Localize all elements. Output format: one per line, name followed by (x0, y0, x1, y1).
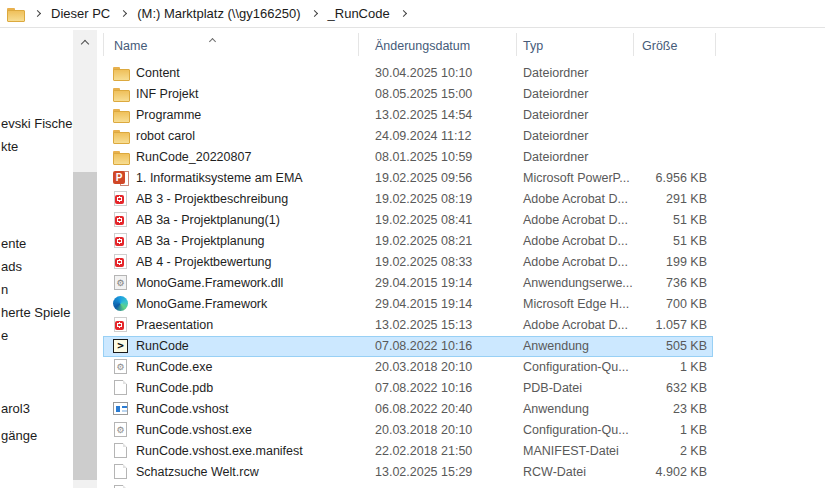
file-row[interactable]: Programme13.02.2025 14:54Dateiordner (100, 105, 825, 126)
breadcrumb-item-dieser-pc[interactable]: Dieser PC (47, 4, 114, 23)
file-row[interactable]: 1. Informatiksysteme am EMA19.02.2025 09… (100, 168, 825, 189)
file-row[interactable]: RunCode_2022080708.01.2025 10:59Dateiord… (100, 147, 825, 168)
file-name: Praesentation (136, 318, 213, 332)
folder-icon (113, 128, 129, 144)
scrollbar-up-button[interactable] (73, 35, 97, 49)
breadcrumb: Dieser PC (M:) Marktplatz (\\gy166250) _… (0, 0, 825, 28)
file-row[interactable]: AB 3 - Projektbeschreibung19.02.2025 08:… (100, 189, 825, 210)
file-row[interactable]: RunCode.exe20.03.2018 20:10Configuration… (100, 357, 825, 378)
column-header-type[interactable]: Typ (523, 39, 543, 53)
folder-icon (7, 7, 24, 21)
sidebar-scrollbar[interactable] (73, 30, 97, 488)
column-separator[interactable] (516, 33, 517, 56)
file-row[interactable]: Content30.04.2025 10:10Dateiordner (100, 63, 825, 84)
pdf-icon (113, 191, 129, 207)
edge-icon (113, 296, 129, 312)
column-headers: Name Änderungsdatum Typ Größe (100, 30, 825, 58)
file-type: Anwendung (523, 402, 589, 416)
file-row[interactable]: RunCode.vshost.exe20.03.2018 20:10Config… (100, 420, 825, 441)
file-date: 07.08.2022 10:16 (375, 381, 472, 395)
file-date: 13.02.2025 15:13 (375, 318, 472, 332)
file-row[interactable]: robot carol24.09.2024 11:12Dateiordner (100, 126, 825, 147)
file-size: 736 KB (600, 276, 707, 290)
file-list-pane: Name Änderungsdatum Typ Größe Content30.… (100, 28, 825, 488)
breadcrumb-item-runcode[interactable]: _RunCode (324, 4, 394, 23)
file-date: 29.04.2015 19:14 (375, 297, 472, 311)
file-row[interactable]: RunCode.pdb07.08.2022 10:16PDB-Datei632 … (100, 378, 825, 399)
column-header-size[interactable]: Größe (642, 39, 677, 53)
file-type: Dateiordner (523, 129, 588, 143)
file-row[interactable]: INF Projekt08.05.2025 15:00Dateiordner (100, 84, 825, 105)
navigation-pane: evski Fischerkteenteadsnherte Spieleearo… (0, 28, 100, 488)
dll-icon (113, 275, 129, 291)
file-name: RunCode.vshost.exe (136, 423, 252, 437)
config-gear-icon (113, 359, 129, 375)
column-header-date[interactable]: Änderungsdatum (375, 39, 470, 53)
file-name: AB 4 - Projektbewertung (136, 255, 272, 269)
file-date: 13.02.2025 14:54 (375, 108, 472, 122)
file-row[interactable]: AB 3a - Projektplanung(1)19.02.2025 08:4… (100, 210, 825, 231)
file-name: RunCode.pdb (136, 381, 213, 395)
chevron-right-icon[interactable] (310, 10, 317, 17)
file-row[interactable]: Schatzsuche Welt.rcw13.02.2025 15:29RCW-… (100, 462, 825, 483)
file-name: AB 3 - Projektbeschreibung (136, 192, 288, 206)
chevron-right-icon[interactable] (120, 10, 127, 17)
sidebar-item[interactable]: ads (1, 259, 22, 274)
sidebar-item[interactable]: e (1, 328, 8, 343)
breadcrumb-item-drive-m[interactable]: (M:) Marktplatz (\\gy166250) (133, 4, 304, 23)
file-icon (113, 443, 129, 459)
file-row[interactable]: AB 4 - Projektbewertung19.02.2025 08:33A… (100, 252, 825, 273)
sidebar-item[interactable]: n (1, 282, 8, 297)
file-row[interactable]: MonoGame.Framework29.04.2015 19:14Micros… (100, 294, 825, 315)
column-separator[interactable] (103, 33, 104, 56)
file-date: 06.08.2022 20:40 (375, 402, 472, 416)
sidebar-item[interactable]: ente (1, 236, 26, 251)
sidebar-item[interactable]: gänge (1, 428, 37, 443)
file-date: 29.04.2015 19:14 (375, 276, 472, 290)
chevron-right-icon[interactable] (34, 10, 41, 17)
chevron-right-icon[interactable] (400, 10, 407, 17)
file-size: 700 KB (600, 297, 707, 311)
file-date: 19.02.2025 09:56 (375, 171, 472, 185)
file-row[interactable]: MonoGame.Framework.dll29.04.2015 19:14An… (100, 273, 825, 294)
file-row[interactable]: RunCode.vshost06.08.2022 20:40Anwendung2… (100, 399, 825, 420)
file-row[interactable]: AB 3a - Projektplanung19.02.2025 08:21Ad… (100, 231, 825, 252)
column-separator[interactable] (358, 33, 359, 56)
file-row[interactable]: Praesentation13.02.2025 15:13Adobe Acrob… (100, 315, 825, 336)
pdf-icon (113, 317, 129, 333)
file-row[interactable]: RunCode.vshost.exe.manifest22.02.2018 21… (100, 441, 825, 462)
file-size: 51 KB (600, 213, 707, 227)
file-size: 199 KB (600, 255, 707, 269)
sidebar-item[interactable]: arol3 (1, 401, 30, 416)
file-row[interactable]: RunCode07.08.2022 10:16Anwendung505 KB (100, 336, 825, 357)
chevron-up-icon (81, 39, 89, 47)
file-type: Dateiordner (523, 150, 588, 164)
file-type: Dateiordner (523, 108, 588, 122)
file-icon (113, 464, 129, 480)
file-date: 08.05.2025 15:00 (375, 87, 472, 101)
column-separator[interactable] (633, 33, 634, 56)
pdf-icon (113, 254, 129, 270)
console-icon (113, 338, 129, 354)
file-name: Content (136, 66, 180, 80)
sidebar-item[interactable]: herte Spiele (1, 305, 70, 320)
file-size: 1 KB (600, 423, 707, 437)
file-row-partial[interactable] (100, 483, 825, 488)
file-icon (113, 380, 129, 396)
file-size: 632 KB (600, 381, 707, 395)
sidebar-item[interactable]: evski Fischer (1, 116, 77, 131)
file-size: 1 KB (600, 360, 707, 374)
file-type: Dateiordner (523, 66, 588, 80)
file-name: RunCode.exe (136, 360, 212, 374)
folder-icon (113, 65, 129, 81)
file-date: 07.08.2022 10:16 (375, 339, 472, 353)
file-type: PDB-Datei (523, 381, 582, 395)
column-header-name[interactable]: Name (114, 39, 147, 53)
column-separator[interactable] (715, 33, 716, 56)
file-type: Anwendung (523, 339, 589, 353)
scrollbar-thumb[interactable] (73, 172, 97, 480)
sidebar-item[interactable]: kte (1, 139, 18, 154)
folder-icon (113, 149, 129, 165)
sort-ascending-icon (210, 33, 215, 47)
file-name: robot carol (136, 129, 195, 143)
